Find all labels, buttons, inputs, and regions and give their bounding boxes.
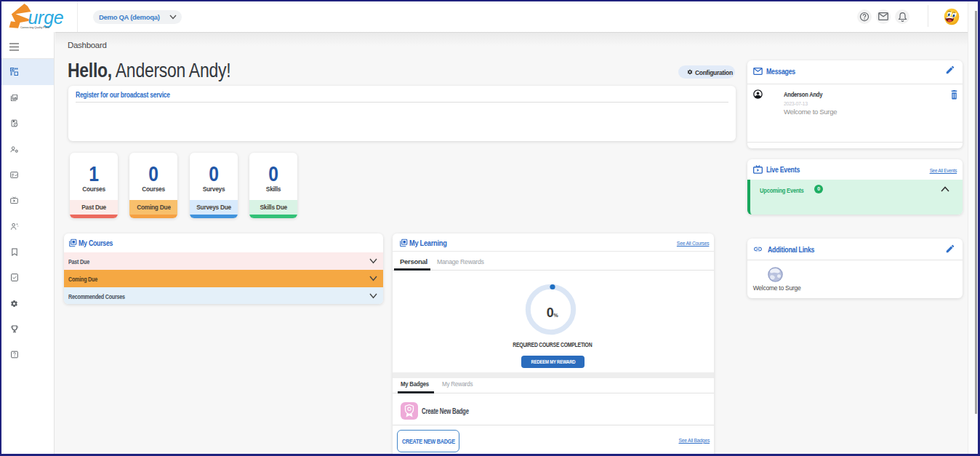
- svg-text:urge: urge: [28, 7, 64, 28]
- svg-text:Connecting Quality Pulse: Connecting Quality Pulse: [20, 26, 49, 29]
